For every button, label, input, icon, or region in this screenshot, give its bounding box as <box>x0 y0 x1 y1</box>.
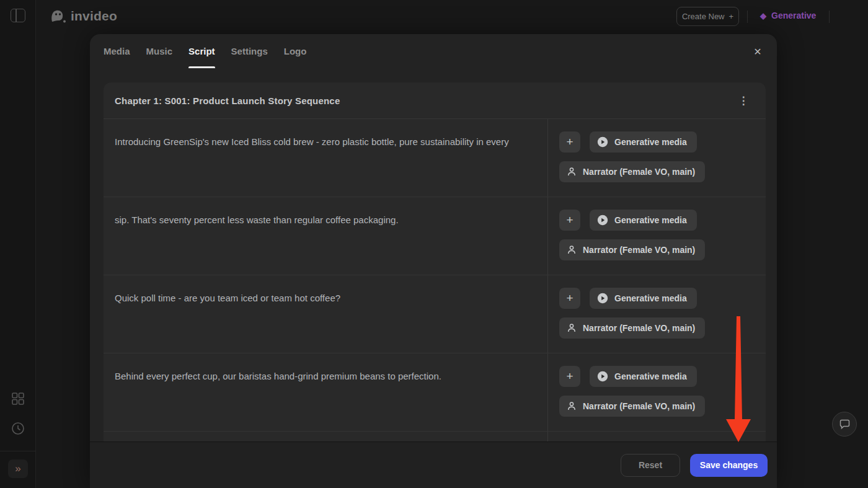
tab-media[interactable]: Media <box>104 34 130 68</box>
script-row: Introducing GreenSip's new Iced Bliss co… <box>104 119 766 197</box>
script-text[interactable] <box>104 432 548 441</box>
logo-text: invideo <box>71 9 117 24</box>
tab-script[interactable]: Script <box>188 34 215 68</box>
tab-music[interactable]: Music <box>146 34 173 68</box>
create-new-button[interactable]: Create New + <box>676 7 739 26</box>
row-actions: + Generative media Narrator (Female VO, … <box>548 275 766 353</box>
generative-nav-link[interactable]: ◆ Generative <box>760 11 816 20</box>
tab-logo[interactable]: Logo <box>284 34 307 68</box>
topbar-divider <box>747 11 748 23</box>
person-icon <box>567 245 577 255</box>
generative-media-label: Generative media <box>614 371 687 381</box>
topbar-divider-2 <box>829 11 830 23</box>
close-icon[interactable]: ✕ <box>750 43 766 60</box>
chapter-title: Chapter 1: S001: Product Launch Story Se… <box>115 95 340 106</box>
generative-label: Generative <box>771 11 816 20</box>
create-new-label: Create New <box>682 12 725 21</box>
left-sidebar: » <box>0 0 36 488</box>
plus-icon: + <box>729 12 734 21</box>
narrator-voice-button[interactable]: Narrator (Female VO, main) <box>559 396 705 417</box>
narrator-voice-button[interactable]: Narrator (Female VO, main) <box>559 161 705 182</box>
invideo-logo[interactable]: invideo <box>50 8 117 24</box>
chapter-card: Chapter 1: S001: Product Launch Story Se… <box>104 82 766 441</box>
narrator-voice-button[interactable]: Narrator (Female VO, main) <box>559 317 705 339</box>
add-media-button[interactable]: + <box>559 366 580 387</box>
generative-media-label: Generative media <box>614 215 687 225</box>
panel-toggle-icon[interactable] <box>11 9 25 22</box>
row-actions <box>548 432 766 441</box>
chapter-header: Chapter 1: S001: Product Launch Story Se… <box>104 82 766 119</box>
narrator-voice-button[interactable]: Narrator (Female VO, main) <box>559 239 705 260</box>
generative-media-button[interactable]: Generative media <box>590 366 697 387</box>
script-row: sip. That's seventy percent less waste t… <box>104 197 766 275</box>
row-actions: + Generative media Narrator (Female VO, … <box>548 197 766 275</box>
play-circle-icon <box>597 215 608 226</box>
row-actions: + Generative media Narrator (Female VO, … <box>548 119 766 197</box>
play-circle-icon <box>597 293 608 304</box>
person-icon <box>567 401 577 411</box>
generative-media-button[interactable]: Generative media <box>590 288 697 309</box>
add-media-button[interactable]: + <box>559 288 580 309</box>
person-icon <box>567 323 577 333</box>
apps-grid-icon[interactable] <box>11 391 25 406</box>
feedback-chat-button[interactable] <box>832 412 857 437</box>
chat-bubble-icon <box>839 419 851 430</box>
history-clock-icon[interactable] <box>11 421 25 436</box>
tab-settings[interactable]: Settings <box>231 34 268 68</box>
narrator-voice-label: Narrator (Female VO, main) <box>583 245 695 255</box>
generative-media-button[interactable]: Generative media <box>590 210 697 231</box>
script-text[interactable]: sip. That's seventy percent less waste t… <box>104 197 548 275</box>
script-text[interactable]: Introducing GreenSip's new Iced Bliss co… <box>104 119 548 197</box>
modal-footer: Reset Save changes <box>90 441 777 488</box>
invideo-mascot-icon <box>50 8 66 24</box>
person-icon <box>567 167 577 177</box>
modal-body: Chapter 1: S001: Product Launch Story Se… <box>90 68 777 441</box>
row-actions: + Generative media Narrator (Female VO, … <box>548 353 766 431</box>
generative-media-label: Generative media <box>614 137 687 147</box>
script-editor-modal: Media Music Script Settings Logo ✕ Chapt… <box>90 34 777 488</box>
reset-button[interactable]: Reset <box>621 454 680 477</box>
add-media-button[interactable]: + <box>559 210 580 231</box>
script-row: Behind every perfect cup, our baristas h… <box>104 353 766 432</box>
play-circle-icon <box>597 136 608 148</box>
generative-media-label: Generative media <box>614 293 687 303</box>
kebab-menu-icon[interactable]: ⋮ <box>737 95 750 106</box>
add-media-button[interactable]: + <box>559 131 580 153</box>
script-text[interactable]: Behind every perfect cup, our baristas h… <box>104 353 548 431</box>
narrator-voice-label: Narrator (Female VO, main) <box>583 323 695 333</box>
play-circle-icon <box>597 371 608 382</box>
save-changes-button[interactable]: Save changes <box>690 454 768 477</box>
narrator-voice-label: Narrator (Female VO, main) <box>583 167 695 177</box>
script-text[interactable]: Quick poll time - are you team iced or t… <box>104 275 548 353</box>
modal-tabbar: Media Music Script Settings Logo <box>90 34 777 68</box>
script-row-clipped <box>104 432 766 441</box>
diamond-icon: ◆ <box>760 11 766 20</box>
narrator-voice-label: Narrator (Female VO, main) <box>583 401 695 411</box>
sidebar-expand-button[interactable]: » <box>8 459 28 478</box>
script-row: Quick poll time - are you team iced or t… <box>104 275 766 353</box>
generative-media-button[interactable]: Generative media <box>590 131 697 153</box>
sidebar-divider <box>0 451 35 451</box>
